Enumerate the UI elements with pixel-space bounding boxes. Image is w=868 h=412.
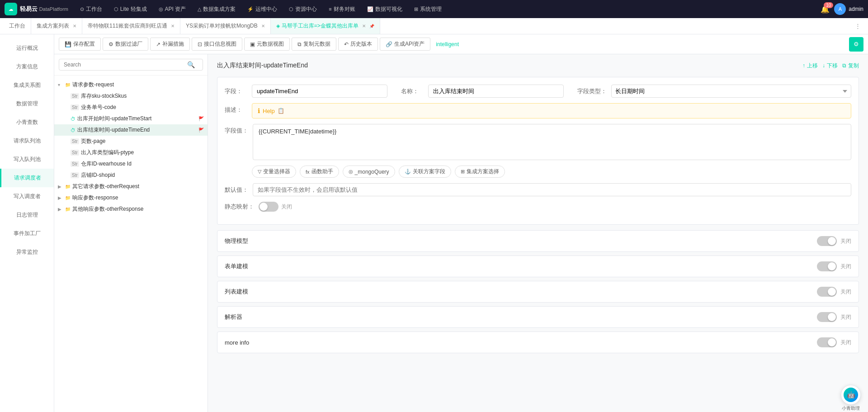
toolbar: 💾 保存配置 ⚙ 数据过滤厂 ↗ 补漏措施 ⊡ 接口信息视图 ▣ 元数据视图 ⧉: [54, 34, 868, 54]
tab-workbench[interactable]: 工作台: [4, 18, 31, 34]
tab-close-solution-list[interactable]: ✕: [73, 24, 76, 28]
physical-model-toggle-track[interactable]: [817, 236, 837, 246]
meta-view-button[interactable]: ▣ 元数据视图: [244, 38, 290, 51]
nav-data-viz[interactable]: 📈 数据可视化: [363, 4, 407, 15]
parser-header[interactable]: 解析器 关闭: [217, 307, 859, 327]
save-config-button[interactable]: 💾 保存配置: [59, 38, 101, 51]
nav-workbench[interactable]: ⊙ 工作台: [75, 4, 107, 15]
mongo-query-button[interactable]: ◎ _mongoQuery: [343, 166, 395, 178]
sidebar-item-xiao-qing[interactable]: 小青查数: [0, 113, 54, 132]
tab-bar-more[interactable]: ⋮: [851, 23, 864, 29]
desc-copy-icon[interactable]: 📋: [278, 108, 284, 114]
sidebar-item-log-mgmt[interactable]: 日志管理: [0, 206, 54, 224]
tab-1[interactable]: 帝特物联111账套供应商到旺店通 ✕: [82, 18, 180, 34]
static-map-toggle[interactable]: 关闭: [259, 202, 292, 212]
tab-close-3[interactable]: ✕: [362, 24, 366, 28]
tree-item-other-request[interactable]: ▶ 📁 其它请求参数-otherRequest: [54, 181, 208, 192]
tree-item-stock-skus[interactable]: Str 库存sku-stockSkus: [54, 90, 208, 102]
more-info-section: more info 关闭: [217, 331, 859, 353]
data-filter-button[interactable]: ⚙ 数据过滤厂: [103, 38, 148, 51]
help-icon: ℹ: [258, 107, 260, 114]
supplement-icon: ↗: [156, 41, 160, 47]
tab-2[interactable]: YS采购订单对接帆软MongDB ✕: [180, 18, 271, 34]
assoc-field-button[interactable]: ⚓ 关联方案字段: [399, 166, 451, 178]
chat-assistant-button[interactable]: 🤖 小青助理: [841, 385, 861, 405]
list-model-section: 列表建模 关闭: [217, 281, 859, 303]
logo-sub: DataPlatform: [39, 6, 68, 12]
tree-item-request-params[interactable]: ▾ 📁 请求参数-request: [54, 79, 208, 90]
sidebar-item-overview[interactable]: 运行概况: [0, 39, 54, 57]
tab-close-2[interactable]: ✕: [261, 24, 265, 28]
sidebar-item-event-factory[interactable]: 事件加工厂: [0, 224, 54, 243]
form-model-header[interactable]: 表单建模 关闭: [217, 256, 859, 277]
tree-item-business-no[interactable]: Str 业务单号-code: [54, 102, 208, 113]
sidebar-item-integration-graph[interactable]: 集成关系图: [0, 76, 54, 95]
nav-finance[interactable]: ≡ 财务对账: [324, 4, 359, 15]
more-info-header[interactable]: more info 关闭: [217, 332, 859, 353]
name-input[interactable]: [428, 85, 564, 98]
sidebar-item-request-scheduler[interactable]: 请求调度者: [0, 169, 54, 187]
field-input[interactable]: [252, 85, 387, 98]
sidebar-item-exception-monitor[interactable]: 异常监控: [0, 243, 54, 261]
tab-3[interactable]: ◈ 马帮手工出库=>金蝶其他出库单 ✕ 📌: [271, 18, 380, 34]
solution-select-button[interactable]: ⊞ 集成方案选择: [455, 166, 505, 178]
tree-item-response[interactable]: ▶ 📁 响应参数-response: [54, 192, 208, 204]
nav-data-collection[interactable]: △ 数据集成方案: [193, 4, 240, 15]
list-model-header[interactable]: 列表建模 关闭: [217, 281, 859, 302]
parser-toggle-label: 关闭: [840, 313, 851, 321]
tree-item-out-type[interactable]: Str 出入库类型编码-ptype: [54, 147, 208, 158]
more-info-toggle-track[interactable]: [817, 337, 837, 347]
intelligent-button[interactable]: intelligent: [432, 39, 462, 50]
func-helper-button[interactable]: fx 函数助手: [300, 166, 339, 178]
tab-close-1[interactable]: ✕: [171, 24, 175, 28]
tree-item-shop-id[interactable]: Str 店铺ID-shopid: [54, 170, 208, 181]
type-select[interactable]: 长日期时间: [611, 85, 851, 98]
settings-gear-button[interactable]: ⚙: [849, 37, 863, 52]
nav-api[interactable]: ◎ API 资产: [154, 4, 191, 15]
nav-sys-mgmt[interactable]: ⊞ 系统管理: [410, 4, 446, 15]
default-input[interactable]: [253, 183, 851, 196]
search-input[interactable]: [59, 59, 203, 71]
more-info-toggle: 关闭: [817, 337, 851, 347]
physical-model-header[interactable]: 物理模型 关闭: [217, 231, 859, 251]
notification-bell[interactable]: 🔔 10: [821, 5, 830, 14]
form-model-toggle-track[interactable]: [817, 261, 837, 271]
down-icon: ↓: [822, 62, 825, 69]
up-icon: ↑: [802, 62, 805, 69]
search-box: 🔍: [54, 54, 208, 76]
sidebar-item-write-queue[interactable]: 写入队列池: [0, 150, 54, 169]
value-box[interactable]: {{CURRENT_TIME|datetime}}: [253, 124, 851, 160]
nav-ops[interactable]: ⚡ 运维中心: [243, 4, 282, 15]
up-button[interactable]: ↑ 上移: [802, 62, 818, 70]
list-model-title: 列表建模: [225, 288, 248, 296]
var-selector-button[interactable]: ▽ 变量选择器: [252, 166, 296, 178]
form-model-section: 表单建模 关闭: [217, 256, 859, 277]
tree-item-page[interactable]: Str 页数-page: [54, 136, 208, 147]
meta-icon: ▣: [250, 41, 255, 47]
copy-data-button[interactable]: ⧉ 复制元数据: [292, 38, 336, 51]
parser-toggle-track[interactable]: [817, 312, 837, 322]
down-button[interactable]: ↓ 下移: [822, 62, 838, 70]
sidebar-item-solution-info[interactable]: 方案信息: [0, 57, 54, 76]
tab-solution-list[interactable]: 集成方案列表 ✕: [31, 18, 82, 34]
nav-resources[interactable]: ⬡ 资源中心: [284, 4, 321, 15]
history-button[interactable]: ↶ 历史版本: [338, 38, 378, 51]
tab-pin-3[interactable]: 📌: [369, 24, 374, 28]
sidebar-item-write-scheduler[interactable]: 写入调度者: [0, 187, 54, 206]
app-logo[interactable]: ☁ 轻易云 DataPlatform: [5, 3, 68, 15]
nav-lite[interactable]: ⬡ Lite 轻集成: [109, 4, 151, 15]
sidebar-item-data-mgmt[interactable]: 数据管理: [0, 95, 54, 113]
user-info[interactable]: A admin: [834, 3, 863, 15]
tree-item-start-time[interactable]: ⏱ 出库开始时间-updateTimeStart 🚩: [54, 113, 208, 124]
toggle-track[interactable]: [259, 202, 278, 212]
sidebar-item-request-queue[interactable]: 请求队列池: [0, 132, 54, 150]
tree-item-warehouse-id[interactable]: Str 仓库ID-wearhouse Id: [54, 158, 208, 170]
supplement-button[interactable]: ↗ 补漏措施: [150, 38, 190, 51]
field-row: 字段： 名称： 字段类型： 长日期时间: [225, 85, 851, 98]
tree-item-end-time[interactable]: ⏱ 出库结束时间-updateTimeEnd 🚩: [54, 124, 208, 136]
copy-button[interactable]: ⧉ 复制: [842, 62, 859, 70]
interface-view-button[interactable]: ⊡ 接口信息视图: [192, 38, 242, 51]
list-model-toggle-track[interactable]: [817, 287, 837, 297]
tree-item-other-response[interactable]: ▶ 📁 其他响应参数-otherResponse: [54, 204, 208, 215]
gen-api-button[interactable]: 🔗 生成API资产: [380, 38, 430, 51]
